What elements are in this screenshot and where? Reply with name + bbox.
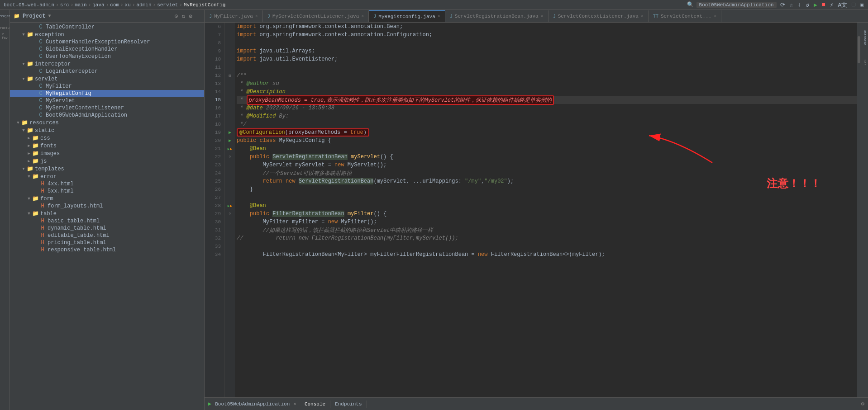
tree-item-5xx[interactable]: H 5xx.html — [10, 188, 204, 195]
tab-close-button[interactable]: × — [255, 14, 258, 19]
action-icon[interactable]: ⚡ — [829, 0, 835, 9]
tree-item-js[interactable]: ▶ 📁 js — [10, 157, 204, 165]
tree-item-logininterceptor[interactable]: C LoginInterceptor — [10, 68, 204, 75]
expand-icon[interactable]: ⇅ — [181, 12, 186, 21]
tree-label: MyServletContentListener — [46, 105, 124, 111]
action-icon[interactable]: A文 — [837, 0, 849, 10]
action-icon[interactable]: ↺ — [805, 0, 810, 9]
tree-item-responsivetable[interactable]: H responsive_table.html — [10, 246, 204, 254]
tree-item-pricingtable[interactable]: H pricing_table.html — [10, 239, 204, 246]
tree-item-dynamictable[interactable]: H dynamic_table.html — [10, 225, 204, 232]
class-icon: C — [37, 98, 44, 104]
tab-file-icon: J — [267, 14, 270, 19]
breadcrumb-part[interactable]: com — [110, 2, 119, 8]
tree-item-interceptor[interactable]: ▼ 📁 interceptor — [10, 60, 204, 68]
tab-servletcontext2[interactable]: TT ServletContext... × — [649, 10, 721, 22]
tree-item-resources[interactable]: ▼ 📁 resources — [10, 119, 204, 127]
bottom-tab-console[interactable]: Console — [300, 401, 330, 408]
action-icon[interactable]: ↓ — [796, 0, 802, 9]
stop-icon[interactable]: ■ — [821, 0, 826, 9]
tree-item-servlet[interactable]: ▼ 📁 servlet — [10, 75, 204, 83]
tab-servletcontext[interactable]: J ServletContextListener.java × — [548, 10, 649, 22]
settings-icon[interactable]: ⚙ — [861, 401, 864, 407]
tree-item-customerhandler[interactable]: C CustomerHandlerExceptionResolver — [10, 38, 204, 46]
run-gutter-icon[interactable]: ▶ — [225, 137, 235, 145]
tree-item-formlayouts[interactable]: H form_layouts.html — [10, 203, 204, 210]
class-icon: C — [37, 46, 44, 52]
action-icon[interactable]: ▣ — [859, 0, 864, 9]
tree-item-static[interactable]: ▼ 📁 static — [10, 127, 204, 134]
tab-close-button[interactable]: × — [714, 14, 716, 19]
action-icon[interactable]: ⟳ — [779, 0, 786, 9]
scrollbar-thumb[interactable] — [858, 36, 860, 63]
fold-icon[interactable]: ○ — [225, 210, 235, 218]
tree-item-myregistconfig[interactable]: C MyRegistConfig — [10, 90, 204, 97]
structure-icon[interactable]: 7Structure — [0, 22, 10, 31]
tab-close-button[interactable]: × — [641, 14, 644, 19]
breadcrumb-part[interactable]: boot-05-web-admin — [4, 2, 54, 8]
close-icon[interactable]: — — [195, 12, 200, 21]
class-icon: C — [37, 24, 44, 30]
tree-item-basictable[interactable]: H basic_table.html — [10, 217, 204, 225]
tab-myfilter[interactable]: J MyFilter.java × — [205, 10, 263, 22]
favorites-icon[interactable]: 2Fav — [0, 32, 10, 41]
vertical-scrollbar[interactable] — [857, 23, 861, 397]
line-num: 22 — [205, 153, 224, 161]
breadcrumb-part[interactable]: java — [92, 2, 104, 8]
code-line-29: public FilterRegistrationBean myFilter()… — [237, 210, 857, 218]
tree-item-images[interactable]: ▶ 📁 images — [10, 150, 204, 157]
tree-item-exception[interactable]: ▼ 📁 exception — [10, 31, 204, 38]
breadcrumb-part[interactable]: src — [60, 2, 69, 8]
tree-item-tablecontroller[interactable]: C TableController — [10, 24, 204, 31]
run-icon[interactable]: ▶ — [813, 0, 818, 9]
tree-item-css[interactable]: ▶ 📁 css — [10, 134, 204, 142]
tab-servletregistration[interactable]: J ServletRegistrationBean.java × — [445, 10, 548, 22]
breadcrumb-part[interactable]: servlet — [157, 2, 178, 8]
tree-item-globalexception[interactable]: C GlobalExceptionHandler — [10, 46, 204, 53]
tree-item-myservlet[interactable]: C MyServlet — [10, 97, 204, 104]
breadcrumb-part[interactable]: admin — [137, 2, 152, 8]
tab-close-button[interactable]: × — [541, 14, 544, 19]
tab-close-button[interactable]: × — [361, 14, 364, 19]
app-name[interactable]: Boot05WebAdminApplication — [696, 2, 777, 8]
gutter-icon — [225, 185, 235, 193]
tree-item-editabletable[interactable]: H editable_table.html — [10, 232, 204, 239]
code-line-34: FilterRegistrationBean<MyFilter> myFilte… — [237, 250, 857, 259]
tree-item-form[interactable]: ▼ 📁 form — [10, 195, 204, 203]
settings-icon[interactable]: ⚙ — [188, 12, 193, 21]
breadcrumb-part[interactable]: main — [75, 2, 86, 8]
html-file-icon: H — [39, 181, 46, 187]
tab-close-button[interactable]: × — [438, 14, 440, 19]
run-gutter-icon[interactable]: ▶ — [225, 128, 235, 137]
breadcrumb-part[interactable]: xu — [125, 2, 131, 8]
fold-icon[interactable]: ⊟ — [225, 71, 235, 80]
folder-icon: 📁 — [32, 158, 39, 165]
tab-myservletcontent[interactable]: J MyServletContentListener.java × — [263, 10, 369, 22]
locate-icon[interactable]: ⊙ — [174, 12, 179, 21]
tab-myregistconfig[interactable]: J MyRegistConfig.java × — [369, 10, 445, 22]
dropdown-arrow-icon[interactable]: ▼ — [48, 14, 51, 19]
structure-icon[interactable]: Str — [861, 53, 868, 71]
tree-item-myservletcontent[interactable]: C MyServletContentListener — [10, 104, 204, 112]
tree-item-error[interactable]: ▼ 📁 error — [10, 173, 204, 180]
tree-item-4xx[interactable]: H 4xx.html — [10, 180, 204, 188]
code-content[interactable]: import org.springframework.context.annot… — [235, 23, 857, 397]
tree-item-templates[interactable]: ▼ 📁 templates — [10, 165, 204, 173]
close-run-icon[interactable]: × — [293, 401, 296, 407]
tree-arrow: ▶ — [26, 136, 32, 141]
tree-item-usertoomany[interactable]: C UserTooManyException — [10, 53, 204, 60]
action-icon[interactable]: □ — [851, 0, 856, 9]
tab-bar: J MyFilter.java × J MyServletContentList… — [205, 10, 868, 23]
tree-item-boot05app[interactable]: C Boot05WebAdminApplication — [10, 112, 204, 119]
action-icon[interactable]: ☆ — [789, 0, 794, 9]
tree-item-fonts[interactable]: ▶ 📁 fonts — [10, 142, 204, 150]
search-icon[interactable]: 🔍 — [687, 1, 694, 8]
project-icon[interactable]: 1Project — [0, 12, 10, 21]
fold-icon[interactable]: ○ — [225, 153, 235, 161]
database-icon[interactable]: Database — [861, 24, 868, 51]
class-icon: C — [37, 90, 44, 97]
tree-item-myfilter[interactable]: C MyFilter — [10, 83, 204, 90]
code-line-15: * proxyBeanMethods = true,表示强依赖性，防止多次注册类… — [237, 96, 857, 104]
tree-item-table[interactable]: ▼ 📁 table — [10, 210, 204, 217]
bottom-tab-endpoints[interactable]: Endpoints — [330, 401, 367, 408]
